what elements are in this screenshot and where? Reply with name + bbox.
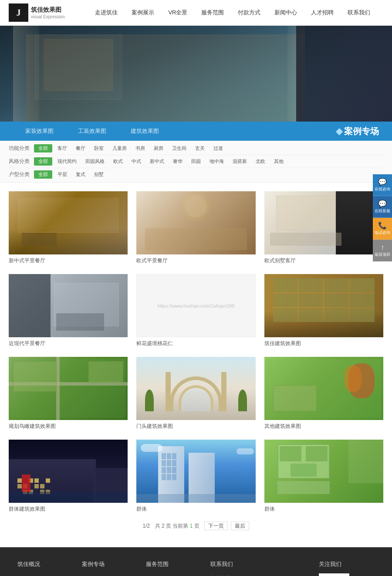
filter-tag-sty-0[interactable]: 全部 [34, 157, 52, 166]
nav-item-4[interactable]: 付款方式 [231, 5, 267, 20]
filter-tag-func-7[interactable]: 卫生间 [169, 144, 190, 152]
gallery-image-7 [136, 357, 255, 420]
gallery-item-9[interactable]: 群体建筑效果图 [9, 440, 128, 514]
gallery-item-0[interactable]: 新中式平景餐厅 [9, 191, 128, 265]
gallery-image-1 [136, 191, 255, 254]
nav-item-6[interactable]: 人才招聘 [304, 5, 341, 20]
logo-text-cn: 筑佳效果图 [31, 6, 65, 14]
filter-tag-type-2[interactable]: 复式 [72, 170, 89, 179]
filter-tag-sty-9[interactable]: 混搭新 [229, 157, 250, 166]
nav-item-3[interactable]: 服务范围 [194, 5, 231, 20]
sidebar-btn-consult[interactable]: 💬 在线咨询 [373, 174, 392, 196]
gallery-caption-0: 新中式平景餐厅 [9, 254, 128, 265]
gallery-item-11[interactable]: 群体 [264, 440, 383, 514]
filter-tag-func-0[interactable]: 全部 [34, 144, 52, 152]
filter-tag-func-4[interactable]: 儿童房 [109, 144, 130, 152]
filter-label-0: 功能分类 [9, 145, 34, 152]
filter-tag-func-3[interactable]: 卧室 [91, 144, 107, 152]
filter-tag-type-3[interactable]: 别墅 [91, 170, 107, 179]
filter-tags-0: 全部 客厅 餐厅 卧室 儿童房 书房 厨房 卫生间 玄关 过道 [34, 144, 226, 152]
gallery-item-2[interactable]: 欧式别墅客厅 [264, 191, 383, 265]
filter-tag-type-0[interactable]: 全部 [34, 170, 52, 179]
filter-label-2: 户型分类 [9, 171, 34, 178]
service-icon: 💬 [378, 200, 387, 208]
main-nav: 走进筑佳 案例展示 VR全景 服务范围 付款方式 新闻中心 人才招聘 联系我们 [82, 5, 383, 20]
filter-tag-func-1[interactable]: 客厅 [54, 144, 71, 152]
sidebar-btn-service[interactable]: 💬 在线客服 [373, 196, 392, 218]
sidebar-btn-service-label: 在线客服 [375, 209, 390, 214]
gallery-grid: 新中式平景餐厅 欧式平景餐厅 欧式别墅客厅 [9, 191, 383, 514]
case-tab-2[interactable]: 建筑效果图 [118, 124, 171, 139]
footer-col-services: 服务范围 制作范围 输出尺寸 [146, 560, 202, 576]
gallery-item-7[interactable]: 门头建筑效果图 [136, 357, 255, 431]
filter-tag-sty-2[interactable]: 田园风格 [82, 157, 108, 166]
filter-tag-sty-3[interactable]: 欧式 [110, 157, 126, 166]
gallery-item-3[interactable]: 近现代平景餐厅 [9, 274, 128, 348]
gallery-image-5 [264, 274, 383, 337]
gallery-item-10[interactable]: 群体 [136, 440, 255, 514]
filter-tag-sty-7[interactable]: 田园 [188, 157, 204, 166]
watermark: https://www.huzhan.com/1shopn189 [158, 303, 235, 308]
case-tab-0[interactable]: 家装效果图 [13, 124, 66, 139]
pagination-page-label: 页 [194, 523, 199, 529]
footer: 筑佳概况 企业简介 案例专场 家装效果图 工装效果图 建筑效果图 服务范围 制作… [0, 547, 392, 576]
filter-row-function: 功能分类 全部 客厅 餐厅 卧室 儿童房 书房 厨房 卫生间 玄关 过道 [9, 142, 383, 155]
gallery-image-11 [264, 440, 383, 503]
filter-bars: 功能分类 全部 客厅 餐厅 卧室 儿童房 书房 厨房 卫生间 玄关 过道 风格分… [0, 141, 392, 183]
footer-col-contact-title: 联系我们 [210, 560, 311, 568]
sidebar-btn-top[interactable]: ↑ 返回顶部 [373, 240, 392, 261]
sidebar-btn-phone[interactable]: 📞 电话咨询 [373, 218, 392, 240]
arrow-up-icon: ↑ [381, 244, 384, 251]
gallery-item-8[interactable]: 其他建筑效果图 [264, 357, 383, 431]
filter-tag-type-1[interactable]: 平层 [54, 170, 71, 179]
footer-col-about-item-0[interactable]: 企业简介 [17, 573, 73, 576]
case-tabs: 家装效果图 工装效果图 建筑效果图 [13, 124, 171, 139]
filter-tag-sty-4[interactable]: 中式 [128, 157, 145, 166]
nav-item-5[interactable]: 新闻中心 [267, 5, 304, 20]
gallery-caption-5: 筑佳建筑效果图 [264, 337, 383, 348]
footer-col-follow: 关注我们 [319, 560, 375, 576]
footer-col-contact-item-0: 客服热线：18156068589 18156082788 [210, 573, 311, 576]
filter-tag-sty-6[interactable]: 奢华 [169, 157, 186, 166]
filter-tag-func-9[interactable]: 过道 [210, 144, 226, 152]
filter-row-type: 户型分类 全部 平层 复式 别墅 [9, 168, 383, 181]
filter-tag-func-2[interactable]: 餐厅 [72, 144, 89, 152]
gallery-item-6[interactable]: 规划鸟瞰建筑效果图 [9, 357, 128, 431]
gallery-caption-10: 群体 [136, 503, 255, 514]
gallery-caption-6: 规划鸟瞰建筑效果图 [9, 420, 128, 431]
filter-tag-func-5[interactable]: 书房 [132, 144, 149, 152]
filter-label-1: 风格分类 [9, 158, 34, 165]
gallery-item-5[interactable]: 筑佳建筑效果图 [264, 274, 383, 348]
nav-item-2[interactable]: VR全景 [161, 5, 194, 20]
footer-col-about-title: 筑佳概况 [17, 560, 73, 568]
pagination-prev-btn[interactable]: 下一页 [204, 522, 228, 530]
nav-item-1[interactable]: 案例展示 [125, 5, 161, 20]
main-content: 新中式平景餐厅 欧式平景餐厅 欧式别墅客厅 [0, 183, 392, 547]
footer-col-cases-item-0[interactable]: 家装效果图 [82, 573, 138, 576]
sidebar-btn-top-label: 返回顶部 [375, 252, 390, 258]
gallery-image-3 [9, 274, 128, 337]
hero-banner [0, 26, 392, 122]
nav-item-7[interactable]: 联系我们 [341, 5, 377, 20]
gallery-image-8 [264, 357, 383, 420]
filter-tag-func-6[interactable]: 厨房 [150, 144, 167, 152]
gallery-item-4[interactable]: https://www.huzhan.com/1shopn189 鲜花盛境桃花仁 [136, 274, 255, 348]
pagination-current: 1 [190, 523, 193, 529]
footer-col-cases-title: 案例专场 [82, 560, 138, 568]
gallery-caption-4: 鲜花盛境桃花仁 [136, 337, 255, 348]
filter-tag-sty-11[interactable]: 其他 [270, 157, 287, 166]
filter-tag-sty-5[interactable]: 新中式 [146, 157, 168, 166]
filter-tag-sty-8[interactable]: 地中海 [206, 157, 227, 166]
footer-col-services-item-0[interactable]: 制作范围 [146, 573, 202, 576]
logo[interactable]: J 筑佳效果图 visual Expression [9, 3, 65, 22]
filter-tag-sty-10[interactable]: 北欧 [252, 157, 269, 166]
nav-item-0[interactable]: 走进筑佳 [88, 5, 125, 20]
filter-tags-1: 全部 现代简约 田园风格 欧式 中式 新中式 奢华 田园 地中海 混搭新 北欧 … [34, 157, 287, 166]
chat-icon: 💬 [378, 178, 387, 186]
filter-tag-sty-1[interactable]: 现代简约 [54, 157, 80, 166]
gallery-item-1[interactable]: 欧式平景餐厅 [136, 191, 255, 265]
case-tab-1[interactable]: 工装效果图 [66, 124, 118, 139]
filter-tag-func-8[interactable]: 玄关 [192, 144, 208, 152]
pagination-last-btn[interactable]: 最后 [231, 522, 249, 530]
pagination-suffix: 页 当前第 [166, 523, 188, 529]
